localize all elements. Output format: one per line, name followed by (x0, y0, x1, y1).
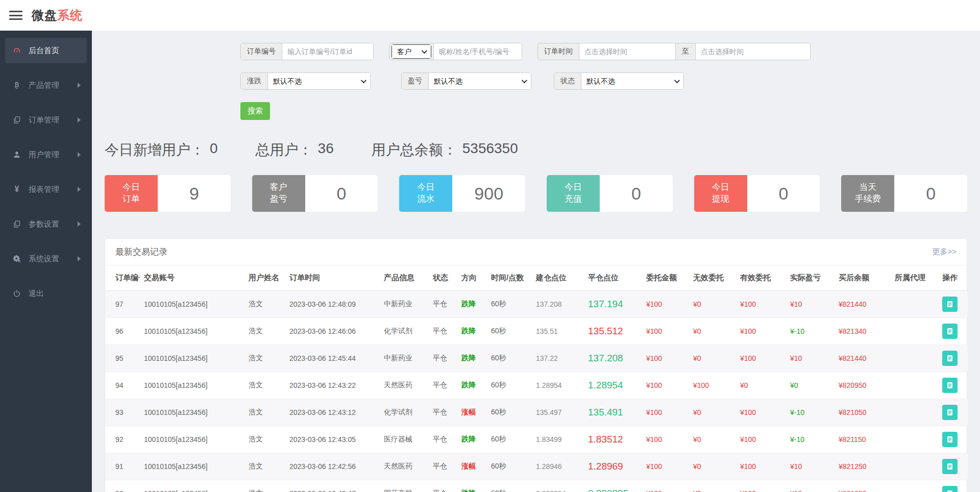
stat-card: 今日流水 900 (399, 175, 525, 212)
duration-cell: 60秒 (487, 372, 532, 399)
sidebar-item[interactable]: 订单管理 (5, 107, 87, 133)
agent-cell (891, 291, 938, 318)
sidebar-item[interactable]: 参数设置 (5, 211, 87, 237)
view-order-button[interactable] (942, 378, 958, 393)
chevron-right-icon (78, 256, 81, 261)
valid-entrust-cell: ¥100 (736, 318, 786, 345)
account-cell: 10010105[a123456] (140, 345, 244, 372)
duration-cell: 60秒 (487, 480, 532, 492)
balance-after-cell: ¥821250 (835, 453, 891, 480)
order-detail-icon (946, 462, 954, 471)
sidebar-item[interactable]: 用户管理 (5, 142, 87, 167)
sidebar-item[interactable]: ¥ 报表管理 (5, 177, 87, 202)
sidebar-item[interactable]: 系统设置 (5, 246, 87, 272)
pl-label: 盈亏 (402, 73, 429, 89)
product-cell: 中新药业 (380, 291, 429, 318)
username-cell: 浩文 (244, 318, 285, 345)
actual-pl-cell: ¥-10 (786, 426, 835, 453)
valid-entrust-cell: ¥100 (736, 426, 786, 453)
direction-cell: 涨幅 (457, 453, 487, 480)
view-order-button[interactable] (942, 324, 958, 339)
sidebar-item[interactable]: 产品管理 (5, 72, 87, 98)
more-link[interactable]: 更多>> (932, 247, 957, 257)
open-price-cell: 0.890924 (532, 480, 584, 492)
status-group: 状态 默认不选 (554, 72, 684, 90)
stat-cards-row: 今日订单 9 客户盈亏 0 今日流水 900 今日充值 0 今日提现 0 当天手… (105, 175, 967, 212)
view-order-button[interactable] (942, 405, 958, 420)
order-no-input[interactable] (282, 43, 373, 60)
menu-toggle-icon[interactable] (9, 11, 22, 20)
table-row: 93 10010105[a123456] 浩文 2023-03-06 12:43… (105, 399, 968, 426)
time-from-input[interactable] (579, 43, 675, 60)
status-cell: 平仓 (429, 291, 457, 318)
files-icon (11, 219, 22, 229)
view-order-button[interactable] (942, 486, 958, 492)
actual-pl-cell: ¥0 (786, 372, 835, 399)
close-price-cell: 0.890895 (584, 480, 642, 492)
customer-input[interactable] (434, 43, 522, 60)
open-price-cell: 135.51 (532, 318, 584, 345)
column-header: 操作 (938, 265, 968, 291)
invalid-entrust-cell: ¥0 (689, 345, 736, 372)
new-users-stat: 今日新增用户： 0 (105, 140, 218, 160)
logo-accent: 系统 (57, 8, 83, 22)
stat-card-label: 今日充值 (547, 175, 600, 212)
view-order-button[interactable] (942, 432, 958, 447)
product-cell: 国药产投 (380, 480, 429, 492)
status-select-wrap: 默认不选 (581, 73, 683, 89)
column-header: 状态 (429, 265, 457, 291)
time-to-input[interactable] (696, 43, 810, 60)
product-cell: 医疗器械 (380, 426, 429, 453)
order-detail-icon (946, 435, 954, 444)
close-price-cell: 137.194 (584, 291, 642, 318)
view-order-button[interactable] (942, 459, 958, 474)
order-time-label: 订单时间 (538, 43, 579, 60)
order-time-cell: 2023-03-06 12:45:44 (285, 345, 380, 372)
updown-select[interactable]: 默认不选 (268, 73, 370, 89)
customer-type-select[interactable]: 客户 (392, 45, 431, 58)
new-users-label: 今日新增用户： (105, 140, 205, 160)
duration-cell: 60秒 (487, 291, 532, 318)
view-order-button[interactable] (942, 351, 958, 366)
search-button[interactable]: 搜索 (240, 102, 270, 120)
agent-cell (891, 345, 938, 372)
open-price-cell: 1.83499 (532, 426, 584, 453)
stat-card-value: 0 (747, 175, 820, 212)
updown-label: 涨跌 (241, 73, 268, 89)
action-cell (938, 291, 968, 318)
sidebar-item[interactable]: 退出 (5, 281, 87, 306)
stat-card-label: 当天手续费 (841, 175, 894, 212)
sidebar-item[interactable]: 后台首页 (5, 38, 87, 63)
table-body: 97 10010105[a123456] 浩文 2023-03-06 12:48… (105, 291, 968, 492)
close-price-cell: 1.28969 (584, 453, 642, 480)
column-header: 平仓点位 (584, 265, 642, 291)
yen-icon: ¥ (11, 185, 22, 194)
account-cell: 10010105[a123456] (140, 318, 244, 345)
column-header: 买后余额 (835, 265, 891, 291)
order-detail-icon (946, 354, 954, 362)
username-cell: 浩文 (244, 372, 285, 399)
pl-select[interactable]: 默认不选 (429, 73, 531, 89)
main-content: 订单编号 客户 订单时间 至 (92, 31, 980, 492)
sidebar-item-label: 产品管理 (29, 81, 78, 90)
direction-cell: 跌降 (457, 426, 487, 453)
chevron-right-icon (78, 83, 81, 88)
column-header: 方向 (457, 265, 487, 291)
open-price-cell: 135.497 (532, 399, 584, 426)
balance-after-cell: ¥821050 (835, 399, 891, 426)
filter-row-1: 订单编号 客户 订单时间 至 (240, 43, 967, 60)
username-cell: 浩文 (244, 426, 285, 453)
table-row: 96 10010105[a123456] 浩文 2023-03-06 12:46… (105, 318, 968, 345)
invalid-entrust-cell: ¥0 (689, 399, 736, 426)
status-select[interactable]: 默认不选 (581, 73, 683, 89)
action-cell (938, 372, 968, 399)
order-detail-icon (946, 327, 954, 335)
sidebar-item-label: 报表管理 (29, 185, 78, 194)
stat-card-value: 0 (600, 175, 673, 212)
entrust-amount-cell: ¥100 (642, 399, 689, 426)
column-header: 时间/点数 (487, 265, 532, 291)
logo-primary: 微盘 (32, 8, 57, 22)
direction-cell: 跌降 (457, 318, 487, 345)
view-order-button[interactable] (942, 297, 958, 312)
close-price-cell: 1.83512 (584, 426, 642, 453)
